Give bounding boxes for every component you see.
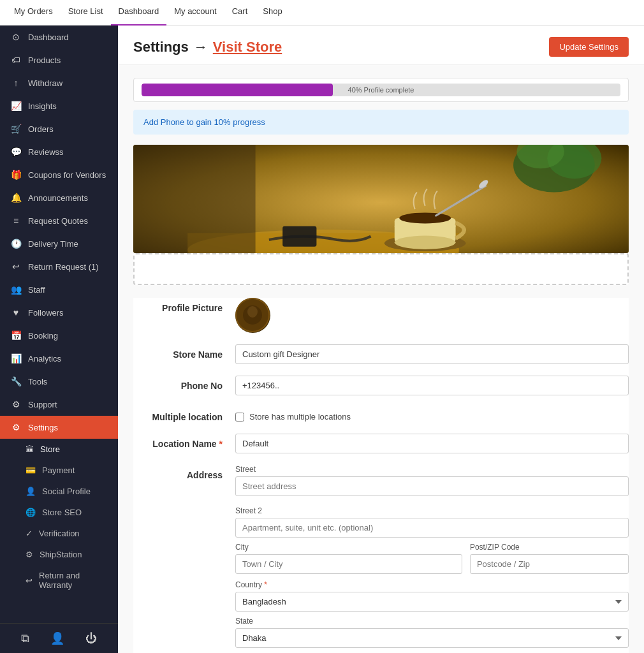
sidebar-icon-staff: 👥 (10, 284, 22, 295)
multiple-location-label: Multiple location (133, 407, 235, 422)
sidebar-item-analytics[interactable]: 📊Analytics (0, 347, 118, 370)
sidebar-sub-verification[interactable]: ✓Verification (0, 523, 118, 544)
sidebar-sub-social-profile[interactable]: 👤Social Profile (0, 481, 118, 502)
sidebar-sub-return-warranty[interactable]: ↩Return and Warranty (0, 565, 118, 596)
sidebar-label-booking: Booking (28, 331, 108, 341)
sidebar-item-support[interactable]: ⚙Support (0, 393, 118, 416)
address-label: Address (133, 465, 235, 480)
drop-zone[interactable] (133, 253, 629, 285)
street2-input[interactable] (235, 518, 629, 538)
sidebar-sub-shipstation[interactable]: ⚙ShipStation (0, 544, 118, 565)
sidebar-icon-support: ⚙ (10, 399, 22, 409)
phone-label: Phone No (133, 376, 235, 391)
sidebar-sub-icon-social-profile: 👤 (26, 487, 36, 496)
sidebar-item-staff[interactable]: 👥Staff (0, 278, 118, 301)
sidebar-label-insights: Insights (28, 101, 108, 111)
sidebar-item-withdraw[interactable]: ↑Withdraw (0, 71, 118, 94)
sidebar: ⊙Dashboard🏷Products↑Withdraw📈Insights🛒Or… (0, 26, 118, 653)
sidebar-item-orders[interactable]: 🛒Orders (0, 117, 118, 140)
sidebar-sub-label-return-warranty: Return and Warranty (39, 571, 108, 590)
svg-rect-14 (133, 145, 256, 253)
zip-input[interactable] (470, 554, 629, 574)
update-settings-button[interactable]: Update Settings (549, 37, 629, 57)
store-name-input[interactable] (235, 344, 629, 364)
address-section: Street Street 2 City Post/ZIP Code (235, 465, 629, 653)
multiple-location-row: Multiple location Store has multiple loc… (133, 407, 629, 422)
location-name-field (235, 434, 629, 453)
sidebar-sub-label-store: Store (40, 444, 60, 454)
multiple-location-checkbox-label[interactable]: Store has multiple locations (235, 407, 629, 422)
top-nav-my-orders[interactable]: My Orders (6, 0, 61, 26)
sidebar-item-dashboard[interactable]: ⊙Dashboard (0, 26, 118, 48)
sidebar-sub-label-store-seo: Store SEO (42, 508, 82, 517)
sidebar-item-insights[interactable]: 📈Insights (0, 94, 118, 117)
sidebar-label-settings: Settings (28, 423, 108, 432)
sidebar-icon-withdraw: ↑ (10, 78, 22, 88)
sidebar-item-delivery-time[interactable]: 🕐Delivery Time (0, 232, 118, 255)
store-name-row: Store Name (133, 344, 629, 364)
settings-form: Profile Picture (133, 298, 629, 653)
sidebar-label-reviewss: Reviewss (28, 147, 108, 157)
location-name-label: Location Name (133, 434, 235, 449)
top-nav-cart[interactable]: Cart (224, 0, 256, 26)
sidebar-sub-icon-verification: ✓ (26, 529, 33, 538)
sidebar-item-announcements[interactable]: 🔔Announcements (0, 186, 118, 209)
sidebar-item-followers[interactable]: ♥Followers (0, 301, 118, 324)
sidebar-icon-followers: ♥ (10, 307, 22, 318)
user-icon[interactable]: 👤 (50, 631, 64, 645)
top-nav-shop[interactable]: Shop (255, 0, 289, 26)
progress-label: 40% Profile complete (348, 86, 414, 94)
external-link-icon[interactable]: ⧉ (21, 632, 29, 645)
multiple-location-field: Store has multiple locations (235, 407, 629, 422)
sidebar-label-support: Support (28, 400, 108, 409)
state-select[interactable]: Dhaka Chittagong Rajshahi Khulna (235, 628, 629, 648)
country-select-wrapper: Bangladesh India Pakistan USA UK (235, 592, 629, 612)
country-select[interactable]: Bangladesh India Pakistan USA UK (235, 592, 629, 612)
top-nav-my-account[interactable]: My account (166, 0, 224, 26)
progress-container: 40% Profile complete (133, 78, 629, 102)
svg-rect-13 (282, 226, 316, 247)
city-zip-row: City Post/ZIP Code (235, 543, 629, 574)
sidebar-label-tools: Tools (28, 377, 108, 386)
top-nav-store-list[interactable]: Store List (61, 0, 111, 26)
multiple-location-checkbox[interactable] (235, 413, 244, 422)
city-input[interactable] (235, 554, 462, 574)
profile-pic-svg (235, 298, 270, 333)
sidebar-item-booking[interactable]: 📅Booking (0, 324, 118, 347)
sidebar-label-coupons: Coupons for Vendors (28, 170, 108, 180)
sidebar-sub-store-seo[interactable]: 🌐Store SEO (0, 502, 118, 523)
sidebar-label-announcements: Announcements (28, 193, 108, 203)
top-nav-dashboard[interactable]: Dashboard (111, 0, 167, 26)
sidebar-label-withdraw: Withdraw (28, 78, 108, 88)
sidebar-item-settings[interactable]: ⚙Settings (0, 416, 118, 439)
sidebar-item-tools[interactable]: 🔧Tools (0, 370, 118, 393)
content-area: 40% Profile complete Add Phone to gain 1… (118, 65, 644, 653)
location-name-input[interactable] (235, 434, 629, 453)
sidebar-item-request-quotes[interactable]: ≡Request Quotes (0, 209, 118, 232)
profile-picture-label: Profile Picture (133, 298, 235, 313)
sidebar-label-dashboard: Dashboard (28, 33, 108, 42)
sidebar-sub-payment[interactable]: 💳Payment (0, 460, 118, 481)
sidebar-label-delivery-time: Delivery Time (28, 239, 108, 249)
store-name-label: Store Name (133, 344, 235, 360)
banner-image (133, 145, 629, 253)
sidebar-sub-label-verification: Verification (39, 529, 80, 538)
street-input[interactable] (235, 476, 629, 496)
visit-store-link[interactable]: Visit Store (213, 39, 282, 55)
country-label: Country * (235, 580, 629, 589)
sidebar-icon-booking: 📅 (10, 330, 22, 341)
sidebar-item-reviewss[interactable]: 💬Reviewss (0, 140, 118, 163)
sidebar-item-products[interactable]: 🏷Products (0, 48, 118, 71)
sidebar-sub-icon-shipstation: ⚙ (26, 550, 33, 559)
phone-row: Phone No (133, 376, 629, 395)
sidebar-sub-icon-return-warranty: ↩ (26, 576, 33, 585)
sidebar-sub-store[interactable]: 🏛Store (0, 439, 118, 460)
phone-input[interactable] (235, 376, 629, 395)
street-label: Street (235, 465, 629, 474)
multiple-location-text: Store has multiple locations (249, 412, 351, 422)
power-icon[interactable]: ⏻ (85, 632, 97, 645)
profile-avatar[interactable] (235, 298, 270, 333)
sidebar-item-coupons[interactable]: 🎁Coupons for Vendors (0, 163, 118, 186)
sidebar-icon-analytics: 📊 (10, 353, 22, 363)
sidebar-item-return-request[interactable]: ↩Return Request (1) (0, 255, 118, 278)
